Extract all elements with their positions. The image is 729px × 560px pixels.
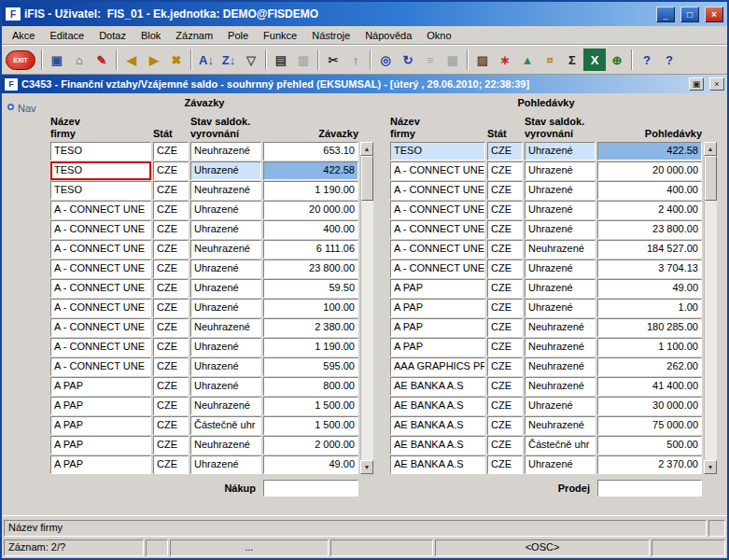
context-help-icon[interactable]: ? [636,49,658,71]
state-cell[interactable]: CZE [153,161,189,180]
nav-radio-icon[interactable] [7,104,14,110]
status-cell[interactable]: Uhrazené [190,259,261,278]
amount-cell[interactable]: 3 704.13 [597,259,702,278]
firm-name-cell[interactable]: A - CONNECT UNE [50,279,151,298]
firm-name-cell[interactable]: A - CONNECT UNE SI [390,240,485,259]
status-cell[interactable]: Neuhrazené [525,240,596,259]
state-cell[interactable]: CZE [153,142,189,161]
menu-item-zaznam[interactable]: Záznam [169,28,219,43]
amount-cell[interactable]: 262.00 [597,357,702,376]
firm-name-cell[interactable]: A - CONNECT UNE [50,338,151,357]
status-cell[interactable]: Neuhrazené [525,377,596,396]
sort-desc-icon[interactable]: Z↓ [217,49,240,71]
menu-item-napoveda[interactable]: Nápověda [358,28,418,43]
amount-cell[interactable]: 59.50 [263,279,358,298]
amount-cell[interactable]: 2 400.00 [597,201,702,219]
clear-record-icon[interactable]: ✎ [91,49,113,71]
amount-cell[interactable]: 30 000.00 [597,397,702,415]
cut-icon[interactable]: ✂ [322,49,344,71]
AE BANKA A.S[interactable]: AE BANKA A.S CZE Neuhrazené 41 400.00 [390,377,702,396]
state-cell[interactable]: CZE [153,240,189,259]
filter-icon[interactable]: ▽ [240,49,262,71]
A PAP[interactable]: A PAP CZE Neuhrazené 180 285.00 [390,318,702,337]
A - CONNECT UNE[interactable]: A - CONNECT UNE CZE Uhrazené 59.50 [50,279,358,298]
AE BANKA A.S[interactable]: AE BANKA A.S CZE Částečně uhr 500.00 [390,436,702,455]
A - CONNECT UNE SI[interactable]: A - CONNECT UNE SI CZE Uhrazené 2 400.00 [390,201,702,219]
TESO[interactable]: TESO CZE Neuhrazené 653.10 [50,142,358,161]
next-record-icon[interactable]: ▶ [143,49,165,71]
status-cell[interactable]: Neuhrazené [525,416,596,435]
A - CONNECT UNE[interactable]: A - CONNECT UNE CZE Neuhrazené 2 380.00 [50,318,358,337]
close-button[interactable]: × [705,7,723,22]
status-cell[interactable]: Neuhrazené [190,397,261,415]
state-cell[interactable]: CZE [487,161,523,180]
refresh-icon[interactable]: ↻ [397,49,419,71]
cancel-query-icon[interactable]: ✖ [165,49,188,71]
amount-cell[interactable]: 20 000.00 [263,201,358,219]
firm-name-cell[interactable]: A - CONNECT UNE [50,259,151,278]
scroll-down-icon[interactable]: ▼ [704,460,717,474]
A - CONNECT UNE[interactable]: A - CONNECT UNE CZE Uhrazené 595.00 [50,357,358,376]
state-cell[interactable]: CZE [153,279,189,298]
TESO[interactable]: TESO CZE Uhrazené 422.58 [390,142,702,161]
state-cell[interactable]: CZE [487,357,523,376]
A - CONNECT UNE[interactable]: A - CONNECT UNE CZE Uhrazené 400.00 [50,220,358,239]
firm-name-cell[interactable]: A - CONNECT UNE [50,240,151,259]
firm-name-cell[interactable]: AE BANKA A.S [390,416,485,435]
status-cell[interactable]: Uhrazené [190,357,261,376]
A - CONNECT UNE[interactable]: A - CONNECT UNE CZE Uhrazené 20 000.00 [50,201,358,219]
amount-cell[interactable]: 49.00 [263,455,358,474]
state-cell[interactable]: CZE [487,240,523,259]
firm-name-cell[interactable]: A PAP [390,299,485,317]
zavazky-scrollbar[interactable]: ▲ ▼ [360,142,373,474]
state-cell[interactable]: CZE [153,181,189,200]
A PAP[interactable]: A PAP CZE Částečně uhr 1 500.00 [50,416,358,435]
A - CONNECT UNE SI[interactable]: A - CONNECT UNE SI CZE Uhrazené 20 000.0… [390,161,702,180]
firm-name-cell[interactable]: TESO [390,142,485,161]
amount-cell[interactable]: 1.00 [597,299,702,317]
A - CONNECT UNE SI[interactable]: A - CONNECT UNE SI CZE Uhrazené 3 704.13 [390,259,702,278]
amount-cell[interactable]: 23 800.00 [263,259,358,278]
status-cell[interactable]: Neuhrazené [525,338,596,357]
status-cell[interactable]: Neuhrazené [190,436,261,455]
scroll-thumb[interactable] [361,156,373,201]
state-cell[interactable]: CZE [487,279,523,298]
paste-icon[interactable]: ↑ [344,49,367,71]
state-cell[interactable]: CZE [153,201,189,219]
print-icon[interactable]: ▤ [270,49,292,71]
scroll-track[interactable] [704,156,717,460]
A - CONNECT UNE SI[interactable]: A - CONNECT UNE SI CZE Uhrazené 400.00 [390,181,702,200]
amount-cell[interactable]: 1 100.00 [597,338,702,357]
state-cell[interactable]: CZE [487,416,523,435]
A - CONNECT UNE SI[interactable]: A - CONNECT UNE SI CZE Uhrazené 23 800.0… [390,220,702,239]
firm-name-cell[interactable]: TESO [50,161,151,180]
state-cell[interactable]: CZE [487,318,523,337]
prodej-field[interactable] [597,480,702,497]
status-cell[interactable]: Uhrazené [190,279,261,298]
TESO[interactable]: TESO CZE Neuhrazené 1 190.00 [50,181,358,200]
A PAP[interactable]: A PAP CZE Neuhrazené 1 100.00 [390,338,702,357]
notes-icon[interactable]: ▨ [471,49,494,71]
state-cell[interactable]: CZE [153,259,189,278]
firm-name-cell[interactable]: A PAP [50,397,151,415]
A PAP[interactable]: A PAP CZE Uhrazené 800.00 [50,377,358,396]
amount-cell[interactable]: 184 527.00 [597,240,702,259]
TESO[interactable]: TESO CZE Uhrazené 422.58 [50,161,358,180]
state-cell[interactable]: CZE [487,455,523,474]
state-cell[interactable]: CZE [153,455,189,474]
excel-export-icon[interactable]: X [583,49,606,71]
status-cell[interactable]: Neuhrazené [525,318,596,337]
columns-icon[interactable]: ▦ [442,49,464,71]
status-cell[interactable]: Neuhrazené [190,181,261,200]
firm-name-cell[interactable]: AE BANKA A.S [390,436,485,455]
AE BANKA A.S[interactable]: AE BANKA A.S CZE Neuhrazené 75 000.00 [390,416,702,435]
status-cell[interactable]: Uhrazené [525,455,596,474]
amount-cell[interactable]: 20 000.00 [597,161,702,180]
firm-name-cell[interactable]: A - CONNECT UNE SI [390,161,485,180]
state-cell[interactable]: CZE [487,299,523,317]
amount-cell[interactable]: 100.00 [263,299,358,317]
status-cell[interactable]: Uhrazené [525,181,596,200]
state-cell[interactable]: CZE [153,436,189,455]
firm-name-cell[interactable]: A - CONNECT UNE SI [390,259,485,278]
status-cell[interactable]: Neuhrazené [190,142,261,161]
